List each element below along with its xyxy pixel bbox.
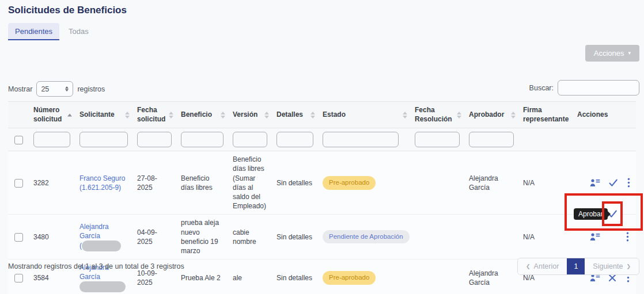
header-fecha-solicitud[interactable]: Fecha solicitud [132,102,176,128]
cell-version: Beneficio días libres (Sumar días al sal… [228,151,272,215]
filter-version-input[interactable] [233,132,267,147]
cell-detalles: Sin detalles [272,151,318,215]
prev-page-button[interactable]: ❮ Anterior [518,258,567,274]
cell-fecha-resolucion [410,151,464,215]
cell-numero: 3480 [29,215,75,259]
sort-icon [221,112,225,119]
cell-aprobador: Alejandra García [464,151,518,215]
solicitudes-page: Solicitudes de Beneficios Pendientes Tod… [0,0,644,294]
approve-check-icon[interactable] [608,178,618,188]
chevron-left-icon: ❮ [526,264,531,269]
header-acciones: Acciones [573,102,636,128]
cell-firma: N/A [518,151,573,215]
cell-fecha-resolucion [410,259,464,294]
row-checkbox[interactable] [14,233,23,242]
status-badge: Pre-aprobado [323,271,376,285]
header-numero[interactable]: Número solicitud [29,102,75,128]
sort-icon [457,112,461,119]
redacted-id [79,281,126,292]
filter-solicitante-input[interactable] [79,132,128,147]
length-prefix-label: Mostrar [8,85,32,93]
cell-solicitante: Alejandra García( [75,215,132,259]
page-length-control: Mostrar 25 registros [8,81,105,97]
sort-icon [310,112,315,119]
cell-fecha-resolucion [410,215,464,259]
select-arrows-icon [65,86,69,91]
solicitante-link[interactable]: Franco Seguro(1.621.205-9) [79,174,125,192]
page-length-select[interactable]: 25 [36,81,73,97]
cell-version: ale [228,259,272,294]
cell-detalles: Sin detalles [272,259,318,294]
cell-estado: Pre-aprobado [318,151,410,215]
cell-version: cabie nombre [228,215,272,259]
header-fecha-resolucion[interactable]: Fecha Resolución [410,102,464,128]
search-input[interactable] [558,80,639,96]
filter-fecha-resolucion-input[interactable] [415,132,460,147]
cell-solicitante: Franco Seguro(1.621.205-9) [75,151,132,215]
sort-icon [125,112,130,119]
header-beneficio[interactable]: Beneficio [176,102,228,128]
tab-bar: Pendientes Todas [8,23,96,40]
tab-pendientes[interactable]: Pendientes [8,23,59,40]
status-badge: Pendiente de Aprobación [323,230,410,244]
length-suffix-label: registros [77,85,105,93]
filter-beneficio-input[interactable] [181,132,223,147]
cell-estado: Pre-aprobado [318,259,410,294]
page-length-value: 25 [41,85,49,93]
chevron-right-icon: ❯ [626,264,631,269]
table-row: 3480 Alejandra García( 04-09-2025 prueba… [8,215,636,259]
cell-estado: Pendiente de Aprobación [318,215,410,259]
page-title: Solicitudes de Beneficios [8,5,127,16]
acciones-button[interactable]: Acciones ▾ [585,45,639,62]
kebab-menu-icon[interactable] [623,232,631,242]
cell-acciones [573,215,636,259]
row-checkbox[interactable] [14,274,23,282]
redacted-id [82,240,121,251]
cell-fecha-solicitud: 27-08-2025 [132,151,176,215]
table-header-row: Número solicitud Solicitante Fecha solic… [8,102,636,128]
pagination: ❮ Anterior 1 Siguiente ❯ [517,258,639,275]
cell-beneficio: prueba aleja nuevo beneficio 19 marzo [176,215,228,259]
next-page-button[interactable]: Siguiente ❯ [585,258,639,274]
kebab-menu-icon[interactable] [626,178,631,188]
cell-aprobador [464,215,518,259]
sort-icon [264,112,269,119]
page-number-button[interactable]: 1 [567,258,585,274]
tab-todas[interactable]: Todas [62,23,96,40]
cell-detalles: Sin detalles [272,215,318,259]
cell-firma: N/A [518,215,573,259]
filter-estado-input[interactable] [323,132,399,147]
header-detalles[interactable]: Detalles [272,102,318,128]
header-estado[interactable]: Estado [318,102,410,128]
row-checkbox[interactable] [14,179,23,188]
sort-asc-icon [67,113,72,116]
acciones-button-label: Acciones [594,49,624,58]
header-aprobador[interactable]: Aprobador [464,102,518,128]
cell-acciones [573,151,636,215]
filter-numero-input[interactable] [33,132,70,147]
filter-row [8,128,636,151]
header-version[interactable]: Versión [228,102,272,128]
status-badge: Pre-aprobado [323,176,376,190]
cell-numero: 3282 [29,151,75,215]
search-control: Buscar: [529,80,639,96]
cell-fecha-solicitud: 04-09-2025 [132,215,176,259]
sort-icon [169,112,173,119]
header-solicitante[interactable]: Solicitante [75,102,132,128]
header-checkbox-col [8,102,29,128]
table-row: 3282 Franco Seguro(1.621.205-9) 27-08-20… [8,151,636,215]
sort-icon [403,112,407,119]
cell-beneficio: Beneficio días libres [176,151,228,215]
header-firma: Firma representante [518,102,573,128]
assign-approver-icon[interactable] [590,232,600,242]
cell-aprobador: Alejandra García [464,259,518,294]
records-summary: Mostrando registros del 1 al 3 de un tot… [8,262,184,270]
filter-detalles-input[interactable] [276,132,313,147]
filter-aprobador-input[interactable] [469,132,514,147]
assign-approver-icon[interactable] [590,178,600,188]
select-all-checkbox[interactable] [14,136,23,144]
sort-icon [511,112,516,119]
filter-fecha-solicitud-input[interactable] [137,132,172,147]
solicitante-link[interactable]: Alejandra García( [79,223,121,250]
caret-down-icon: ▾ [628,51,631,56]
